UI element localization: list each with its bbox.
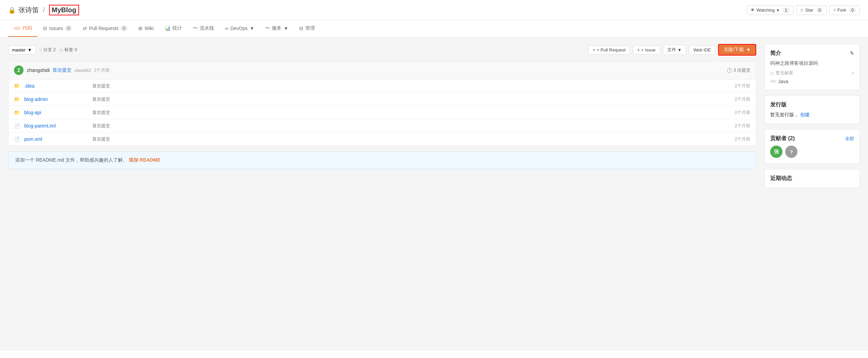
- tab-wiki[interactable]: ⊞ Wiki: [133, 21, 159, 36]
- file-name[interactable]: blog-admin: [24, 96, 92, 102]
- tab-pipeline-label: 流水线: [200, 25, 214, 31]
- commit-header: Z zhangshidi 首次提交 c6ed462 2个月前 🕐 3 次提交: [9, 61, 756, 79]
- commit-avatar: Z: [14, 65, 24, 75]
- commit-message[interactable]: 首次提交: [52, 67, 72, 73]
- branch-chevron-icon: ▼: [28, 47, 32, 53]
- file-icon: 📄: [14, 123, 21, 129]
- pull-request-button[interactable]: + + Pull Request: [588, 45, 630, 55]
- file-commit: 首次提交: [92, 83, 735, 89]
- folder-icon: 📁: [14, 83, 21, 89]
- branch-select[interactable]: master ▼: [8, 45, 36, 55]
- issue-button[interactable]: + + Issue: [633, 45, 660, 55]
- tab-code-label: 代码: [22, 25, 32, 31]
- main-content: master ▼ ⑂ 分支 2 ◇ 标签 0 + +: [0, 37, 868, 351]
- file-commit: 首次提交: [92, 123, 735, 129]
- web-ide-button[interactable]: Web IDE: [689, 45, 715, 55]
- contributors-all-link[interactable]: 全部: [845, 136, 854, 142]
- tab-manage-label: 管理: [305, 25, 315, 31]
- sidebar-contributors-section: 贡献者 (2) 全部 张 ?: [764, 129, 860, 164]
- clone-label: 克隆/下载: [724, 47, 744, 53]
- tab-wiki-label: Wiki: [144, 26, 153, 31]
- watching-count: 1: [782, 8, 790, 13]
- file-chevron-icon: ▼: [677, 47, 682, 53]
- tag-placeholder-icon: ◇: [770, 71, 774, 76]
- tab-devops-label: DevOps: [230, 26, 248, 31]
- repo-header: 🔒 张诗笛 / MyBlog 👁 Watching ▼ 1 ☆ Star 0 ⑂…: [0, 0, 868, 20]
- services-chevron-icon: ▼: [284, 26, 288, 31]
- pipeline-icon: 〜: [193, 25, 198, 31]
- contributors-header: 贡献者 (2) 全部: [770, 135, 854, 142]
- file-name[interactable]: pom.xml: [24, 136, 92, 142]
- file-row: 📁 .idea 首次提交 2个月前: [9, 79, 756, 93]
- file-time: 2个月前: [735, 109, 750, 116]
- file-button[interactable]: 文件 ▼: [663, 45, 686, 55]
- file-name[interactable]: blog-api: [24, 110, 92, 115]
- file-row: 📁 blog-admin 首次提交 2个月前: [9, 93, 756, 106]
- stats-icon: 📊: [165, 26, 170, 31]
- wiki-icon: ⊞: [138, 26, 142, 31]
- repo-nav: </> 代码 ⊟ Issues 0 ⇄ Pull Requests 0 ⊞ Wi…: [0, 20, 868, 37]
- tab-pull-requests[interactable]: ⇄ Pull Requests 0: [77, 21, 133, 36]
- code-icon: </>: [14, 26, 20, 31]
- folder-icon: 📁: [14, 110, 21, 115]
- tab-pipeline[interactable]: 〜 流水线: [187, 20, 219, 37]
- tab-issues-label: Issues: [49, 26, 63, 31]
- contributors-title: 贡献者 (2): [770, 135, 795, 142]
- sidebar-intro-section: 简介 ✎ 码神之路博客项目源码 ◇ 暂无标签 + </> Java: [764, 44, 860, 90]
- file-icon: 📄: [14, 136, 21, 142]
- file-name[interactable]: .idea: [24, 83, 92, 89]
- tab-code[interactable]: </> 代码: [8, 20, 37, 37]
- lock-icon: 🔒: [8, 6, 16, 14]
- branch-info: ⑂ 分支 2 ◇ 标签 0: [39, 47, 77, 53]
- folder-icon: 📁: [14, 96, 21, 102]
- file-row: 📁 blog-api 首次提交 2个月前: [9, 106, 756, 119]
- clone-button[interactable]: 克隆/下载 ▼: [718, 44, 756, 56]
- branch-fork-icon: ⑂: [39, 47, 42, 53]
- contributor-avatar-unknown[interactable]: ?: [785, 146, 797, 158]
- sidebar-release-section: 发行版 暂无发行版， 创建: [764, 95, 860, 124]
- tab-stats-label: 统计: [172, 25, 182, 31]
- contributors-avatars: 张 ?: [770, 146, 854, 158]
- devops-chevron-icon: ▼: [249, 26, 254, 31]
- sidebar-edit-icon[interactable]: ✎: [850, 50, 854, 57]
- readme-banner-text: 添加一个 README.md 文件，帮助感兴趣的人了解。: [15, 157, 127, 163]
- sidebar-lang-label: Java: [778, 79, 788, 84]
- star-button[interactable]: ☆ Star 0: [796, 5, 827, 15]
- sidebar-activity-section: 近期动态: [764, 169, 860, 188]
- tab-services[interactable]: 〜 服务 ▼: [260, 20, 294, 37]
- issue-plus-icon: +: [637, 47, 640, 53]
- sidebar-tag-placeholder: 暂无标签: [776, 70, 793, 76]
- repo-main: master ▼ ⑂ 分支 2 ◇ 标签 0 + +: [8, 44, 756, 344]
- tab-issues[interactable]: ⊟ Issues 0: [37, 21, 77, 36]
- tag-count: ◇ 标签 0: [60, 47, 77, 53]
- fork-button[interactable]: ⑂ Fork 0: [829, 5, 860, 15]
- sidebar-add-tag-icon[interactable]: +: [851, 71, 854, 76]
- commit-time: 2个月前: [94, 67, 110, 73]
- sidebar-release-create-link[interactable]: 创建: [800, 112, 810, 117]
- tab-manage[interactable]: ⊟ 管理: [294, 20, 320, 37]
- repo-actions: 👁 Watching ▼ 1 ☆ Star 0 ⑂ Fork 0: [747, 5, 860, 15]
- repo-slash: /: [43, 6, 45, 14]
- commit-hash[interactable]: c6ed462: [74, 68, 91, 73]
- add-readme-link[interactable]: 添加 README: [129, 157, 161, 163]
- issues-icon: ⊟: [43, 26, 47, 31]
- sidebar-intro-desc: 码神之路博客项目源码: [770, 60, 854, 66]
- file-name[interactable]: blog-parent.iml: [24, 123, 92, 129]
- file-time: 2个月前: [735, 136, 750, 142]
- sidebar-intro-title: 简介 ✎: [770, 50, 854, 57]
- sidebar-tag: ◇ 暂无标签 +: [770, 70, 854, 76]
- commit-username[interactable]: zhangshidi: [27, 68, 50, 73]
- services-icon: 〜: [265, 25, 270, 31]
- file-commit: 首次提交: [92, 109, 735, 116]
- watching-label: Watching: [756, 8, 775, 13]
- file-table: Z zhangshidi 首次提交 c6ed462 2个月前 🕐 3 次提交: [8, 61, 756, 146]
- file-time: 2个月前: [735, 96, 750, 102]
- tab-stats[interactable]: 📊 统计: [159, 20, 187, 37]
- repo-sidebar: 简介 ✎ 码神之路博客项目源码 ◇ 暂无标签 + </> Java 发行版: [764, 44, 860, 344]
- watching-button[interactable]: 👁 Watching ▼ 1: [747, 5, 793, 15]
- contributor-avatar-zhang[interactable]: 张: [770, 146, 782, 158]
- star-count: 0: [816, 8, 823, 13]
- tab-devops[interactable]: ∞ DevOps ▼: [219, 21, 260, 36]
- fork-label: Fork: [837, 8, 846, 13]
- sidebar-release-title: 发行版: [770, 101, 854, 108]
